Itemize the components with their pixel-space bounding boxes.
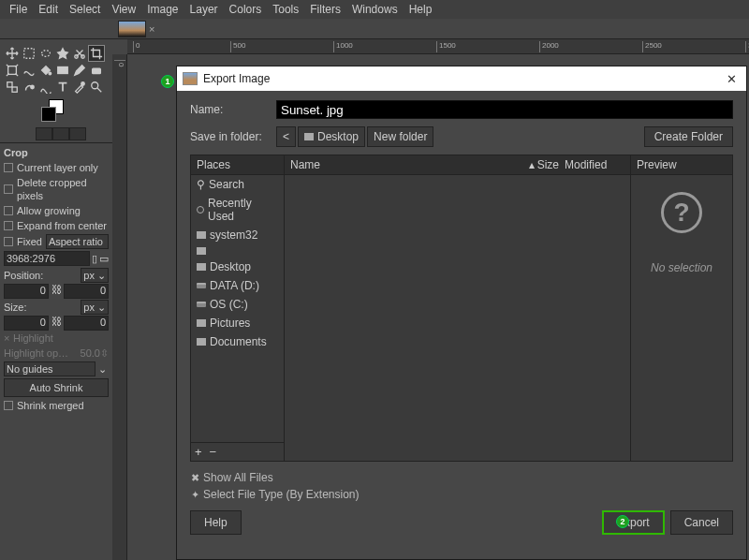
menu-colors[interactable]: Colors — [224, 3, 268, 16]
tool-move[interactable] — [4, 45, 21, 62]
dock-tab-2[interactable] — [52, 127, 69, 140]
tool-scissors[interactable] — [71, 45, 88, 62]
close-icon[interactable]: ✕ — [722, 72, 741, 86]
add-bookmark-button[interactable]: + — [195, 445, 202, 459]
breadcrumb-newfolder[interactable]: New folder — [367, 126, 433, 147]
auto-shrink-button[interactable]: Auto Shrink — [4, 378, 109, 397]
tool-smudge[interactable] — [21, 79, 37, 96]
select-file-type-toggle[interactable]: ✦Select File Type (By Extension) — [190, 486, 733, 503]
places-blank[interactable] — [191, 244, 284, 258]
menu-tools[interactable]: Tools — [267, 3, 304, 16]
fg-bg-colors[interactable] — [0, 97, 112, 127]
tool-zoom[interactable] — [88, 79, 105, 96]
breadcrumb-back[interactable]: < — [276, 126, 296, 147]
orientation-landscape-icon[interactable]: ▭ — [99, 252, 109, 265]
dialog-titlebar[interactable]: Export Image ✕ — [177, 66, 746, 91]
size-link-icon[interactable]: ⛓ — [51, 316, 62, 331]
tool-rect-select[interactable] — [21, 45, 37, 62]
preview-header: Preview — [631, 155, 732, 175]
menu-file[interactable]: File — [4, 3, 33, 16]
svg-point-4 — [49, 72, 51, 75]
places-recent[interactable]: Recently Used — [191, 194, 284, 226]
size-h[interactable]: 0 — [64, 316, 109, 331]
fg-color-swatch[interactable] — [41, 107, 56, 122]
tool-clone[interactable] — [4, 79, 21, 96]
menu-help[interactable]: Help — [404, 3, 438, 16]
places-documents[interactable]: Documents — [191, 332, 284, 351]
create-folder-button[interactable]: Create Folder — [644, 126, 733, 147]
tool-gradient[interactable] — [54, 62, 71, 79]
folder-icon — [197, 338, 206, 346]
position-y[interactable]: 0 — [64, 284, 109, 299]
checkbox-current-layer[interactable] — [4, 163, 13, 172]
orientation-portrait-icon[interactable]: ▯ — [90, 252, 99, 265]
fixed-label: Fixed — [17, 235, 42, 248]
menu-image[interactable]: Image — [141, 3, 184, 16]
tool-pencil[interactable] — [71, 62, 88, 79]
remove-bookmark-button[interactable]: − — [210, 445, 217, 459]
menu-windows[interactable]: Windows — [346, 3, 404, 16]
tool-text[interactable] — [54, 79, 71, 96]
places-search[interactable]: ⚲Search — [191, 175, 284, 194]
tool-color-picker[interactable] — [71, 79, 88, 96]
size-unit[interactable]: px ⌄ — [81, 300, 109, 315]
search-icon: ⚲ — [197, 178, 205, 191]
aspect-ratio-field[interactable]: 3968:2976 — [4, 251, 90, 266]
ruler-horizontal[interactable]: 0 500 1000 1500 2000 2500 3000 — [127, 39, 749, 54]
show-all-files-toggle[interactable]: ✖Show All Files — [190, 469, 733, 486]
image-thumbnail[interactable] — [118, 21, 146, 37]
breadcrumb-desktop[interactable]: Desktop — [298, 126, 365, 147]
preview-panel: Preview ? No selection — [631, 155, 732, 461]
size-w[interactable]: 0 — [4, 316, 49, 331]
dock-tab-3[interactable] — [69, 127, 86, 140]
dock-tab-1[interactable] — [36, 127, 52, 140]
tool-free-select[interactable] — [37, 45, 54, 62]
tool-crop[interactable] — [88, 45, 105, 62]
cancel-button[interactable]: Cancel — [670, 510, 733, 535]
opt-current-layer: Current layer only — [17, 161, 98, 174]
file-list[interactable]: Name ▴Size Modified — [285, 155, 631, 461]
fixed-mode-select[interactable]: Aspect ratio ⌄ — [46, 234, 109, 249]
tool-eraser[interactable] — [88, 62, 105, 79]
menu-select[interactable]: Select — [64, 3, 106, 16]
menu-layer[interactable]: Layer — [184, 3, 224, 16]
close-image-icon[interactable]: × — [149, 23, 154, 35]
checkbox-allow-growing[interactable] — [4, 206, 13, 215]
places-system32[interactable]: system32 — [191, 226, 284, 244]
highlight-label: Highlight — [13, 332, 53, 345]
position-x[interactable]: 0 — [4, 284, 49, 299]
menu-filters[interactable]: Filters — [304, 3, 346, 16]
checkbox-fixed[interactable] — [4, 237, 13, 246]
position-unit[interactable]: px ⌄ — [81, 268, 109, 283]
checkbox-shrink-merged[interactable] — [4, 401, 13, 410]
dialog-icon — [183, 72, 198, 85]
tool-fuzzy-select[interactable] — [54, 45, 71, 62]
places-os-c[interactable]: OS (C:) — [191, 295, 284, 314]
checkbox-expand-center[interactable] — [4, 221, 13, 230]
filename-input[interactable] — [276, 100, 733, 119]
ruler-vertical[interactable]: 0 — [112, 54, 127, 560]
checkbox-delete-cropped[interactable] — [4, 184, 13, 194]
menu-edit[interactable]: Edit — [33, 3, 64, 16]
position-link-icon[interactable]: ⛓ — [51, 284, 62, 299]
col-size[interactable]: ▴Size — [521, 158, 559, 171]
question-mark-icon: ? — [661, 192, 702, 233]
menu-view[interactable]: View — [106, 3, 141, 16]
tool-options-header: Crop — [4, 145, 109, 160]
places-data-d[interactable]: DATA (D:) — [191, 276, 284, 295]
plus-icon: ✦ — [190, 489, 199, 501]
guides-select[interactable]: No guides — [4, 361, 95, 376]
tool-warp[interactable] — [21, 62, 37, 79]
tool-paths[interactable] — [37, 79, 54, 96]
col-name[interactable]: Name — [290, 158, 521, 171]
places-pictures[interactable]: Pictures — [191, 314, 284, 332]
tool-transform[interactable] — [4, 62, 21, 79]
folder-icon — [197, 263, 206, 271]
highlight-opacity-value[interactable]: 50.0 — [81, 346, 100, 360]
tool-bucket[interactable] — [37, 62, 54, 79]
export-button[interactable]: Export — [602, 510, 665, 535]
places-desktop[interactable]: Desktop — [191, 258, 284, 276]
col-modified[interactable]: Modified — [559, 158, 624, 171]
folder-icon — [197, 319, 206, 327]
help-button[interactable]: Help — [190, 510, 242, 535]
